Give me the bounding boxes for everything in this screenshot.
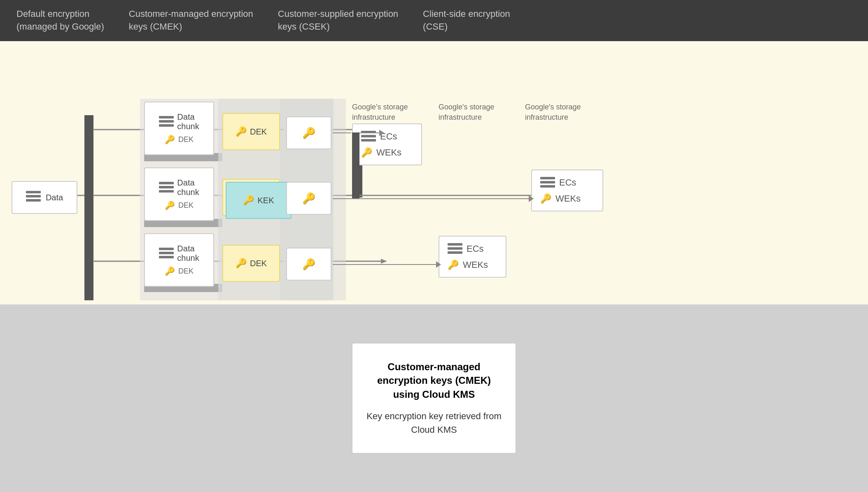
infra-label-2: Google's storage infrastructure (439, 102, 495, 123)
wek-2-label: WEKs (555, 193, 581, 204)
data-chunk-2: Data chunk 🔑 DEK (144, 167, 214, 221)
vert-connector (352, 132, 359, 198)
topbar-text-2: Customer-managed encryption keys (CMEK) (129, 8, 253, 33)
ec-box-2: ECs 🔑 WEKs (531, 169, 603, 211)
chunk-3-dek: DEK (178, 267, 194, 276)
enc-key-3: 🔑 (286, 248, 331, 281)
top-bar: Default encryption (managed by Google) C… (0, 0, 868, 41)
data-chunk-3: Data chunk 🔑 DEK (144, 233, 214, 287)
chunk-1-label2: chunk (177, 122, 199, 131)
h-connector-top (359, 132, 381, 133)
topbar-text-1: Default encryption (managed by Google) (16, 8, 104, 33)
data-chunk-1: Data chunk 🔑 DEK (144, 102, 214, 155)
kek-label: KEK (257, 196, 274, 205)
data-label: Data (46, 193, 63, 202)
arrow-2 (333, 198, 530, 199)
dek-3-label: DEK (250, 259, 267, 268)
chunk-2-label2: chunk (177, 188, 199, 197)
svg-marker-18 (381, 259, 387, 264)
info-box-title: Customer-managed encryption keys (CMEK) … (365, 360, 503, 401)
bottom-area: Customer-managed encryption keys (CMEK) … (0, 304, 868, 492)
enc-key-1: 🔑 (286, 116, 331, 149)
ec-box-1: ECs 🔑 WEKs (352, 123, 422, 165)
topbar-text-3: Customer-supplied encryption keys (CSEK) (278, 8, 398, 33)
wek-1-label: WEKs (376, 147, 401, 158)
main-diagram: Data Data chunk 🔑 DEK Data chunk (0, 41, 868, 304)
enc-key-2: 🔑 (286, 182, 331, 215)
svg-rect-1 (84, 115, 93, 300)
data-storage-icon (26, 191, 41, 204)
arrow-1 (333, 132, 351, 133)
chunk-1-dek: DEK (178, 135, 194, 144)
chunk-1-label: Data (177, 112, 199, 122)
infra-label-3: Google's storage infrastructure (525, 102, 581, 123)
dek-box-3: 🔑 DEK (222, 245, 280, 282)
wek-3-label: WEKs (463, 260, 488, 270)
ec-3-label: ECs (467, 244, 484, 254)
kek-box: 🔑 KEK (226, 182, 292, 219)
data-box: Data (12, 181, 77, 214)
info-box-desc: Key encryption key retrieved from Cloud … (365, 409, 503, 436)
chunk-2-dek: DEK (178, 201, 194, 210)
chunk-3-label2: chunk (177, 253, 199, 263)
chunk-3-label: Data (177, 244, 199, 253)
dek-box-1: 🔑 DEK (222, 113, 280, 150)
chunk-2-label: Data (177, 178, 199, 188)
ec-box-3: ECs 🔑 WEKs (439, 236, 506, 278)
topbar-text-4: Client-side encryption (CSE) (423, 8, 510, 33)
arrow-3 (333, 264, 438, 265)
info-box: Customer-managed encryption keys (CMEK) … (352, 343, 516, 454)
ec-2-label: ECs (559, 177, 576, 188)
dek-1-label: DEK (250, 127, 267, 137)
infra-label-1: Google's storage infrastructure (352, 102, 408, 123)
